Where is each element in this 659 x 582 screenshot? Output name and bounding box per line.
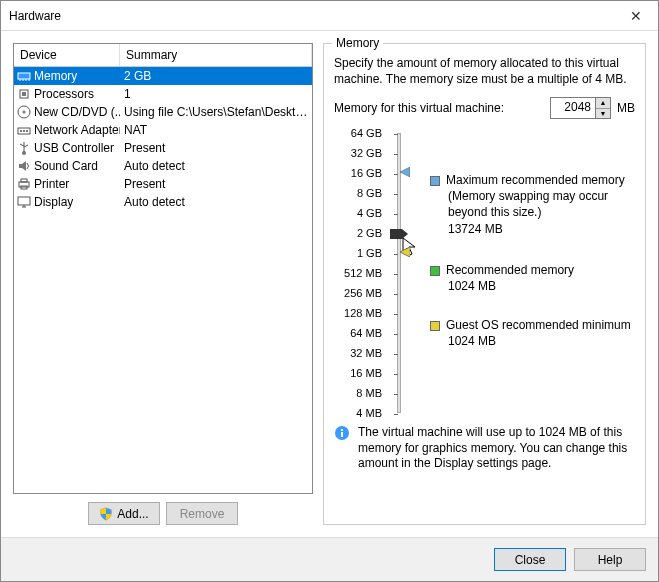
- display-icon: [16, 194, 32, 210]
- legend-swatch: [430, 176, 440, 186]
- device-name: Processors: [34, 87, 94, 101]
- cpu-icon: [16, 86, 32, 102]
- close-window-button[interactable]: ✕: [614, 1, 658, 30]
- close-button-label: Close: [515, 553, 546, 567]
- svg-point-8: [23, 111, 26, 114]
- device-summary: 2 GB: [120, 69, 312, 83]
- device-row-net[interactable]: Network AdapterNAT: [14, 121, 312, 139]
- memory-legend: Maximum recommended memory(Memory swappi…: [416, 133, 635, 413]
- add-button[interactable]: Add...: [88, 502, 160, 525]
- device-name: Printer: [34, 177, 69, 191]
- device-list-header: Device Summary: [14, 44, 312, 67]
- memory-spinner[interactable]: 2048 ▲ ▼: [550, 97, 611, 119]
- svg-rect-11: [23, 130, 25, 132]
- device-list-buttons: Add... Remove: [13, 502, 313, 525]
- device-name: Memory: [34, 69, 77, 83]
- device-summary: Auto detect: [120, 195, 312, 209]
- slider-tick-label: 128 MB: [344, 307, 382, 319]
- legend-note: (Memory swapping may occur beyond this s…: [448, 189, 635, 220]
- svg-rect-6: [22, 92, 26, 96]
- slider-tick-label: 4 GB: [357, 207, 382, 219]
- info-icon: [334, 425, 350, 441]
- svg-rect-25: [341, 429, 343, 431]
- memory-description: Specify the amount of memory allocated t…: [334, 56, 635, 87]
- printer-icon: [16, 176, 32, 192]
- device-summary: Using file C:\Users\Stefan\Deskto...: [120, 105, 312, 119]
- slider-marker: [400, 166, 410, 180]
- dialog-footer: Close Help: [1, 537, 658, 581]
- device-summary: 1: [120, 87, 312, 101]
- memory-input-row: Memory for this virtual machine: 2048 ▲ …: [334, 97, 635, 119]
- device-row-display[interactable]: DisplayAuto detect: [14, 193, 312, 211]
- device-summary: Auto detect: [120, 159, 312, 173]
- svg-rect-10: [20, 130, 22, 132]
- legend-value: 1024 MB: [448, 279, 635, 295]
- legend-label: Guest OS recommended minimum: [446, 318, 631, 332]
- spinner-down-icon[interactable]: ▼: [596, 109, 610, 119]
- right-panel: Memory Specify the amount of memory allo…: [323, 43, 646, 525]
- legend-value: 13724 MB: [448, 222, 635, 238]
- svg-line-16: [24, 145, 28, 147]
- slider-tick-label: 32 GB: [351, 147, 382, 159]
- memory-info-text: The virtual machine will use up to 1024 …: [358, 425, 635, 472]
- slider-tick-label: 8 GB: [357, 187, 382, 199]
- memory-group-title: Memory: [332, 36, 383, 50]
- net-icon: [16, 122, 32, 138]
- memory-slider[interactable]: [388, 133, 410, 413]
- slider-tick-label: 16 MB: [350, 367, 382, 379]
- memory-value[interactable]: 2048: [551, 98, 595, 118]
- device-name: Display: [34, 195, 73, 209]
- memory-unit: MB: [617, 101, 635, 115]
- remove-button-label: Remove: [180, 507, 225, 521]
- slider-tick-labels: 64 GB32 GB16 GB8 GB4 GB2 GB1 GB512 MB256…: [334, 133, 382, 413]
- slider-tick-label: 256 MB: [344, 287, 382, 299]
- device-row-printer[interactable]: PrinterPresent: [14, 175, 312, 193]
- device-row-memory[interactable]: Memory2 GB: [14, 67, 312, 85]
- device-row-disc[interactable]: New CD/DVD (...Using file C:\Users\Stefa…: [14, 103, 312, 121]
- legend-item: Guest OS recommended minimum1024 MB: [430, 318, 635, 350]
- svg-rect-0: [18, 73, 30, 79]
- titlebar: Hardware ✕: [1, 1, 658, 31]
- spinner-up-icon[interactable]: ▲: [596, 98, 610, 109]
- close-button[interactable]: Close: [494, 548, 566, 571]
- hardware-dialog: Hardware ✕ Device Summary Memory2 GBProc…: [0, 0, 659, 582]
- legend-item: Recommended memory1024 MB: [430, 263, 635, 295]
- memory-info-row: The virtual machine will use up to 1024 …: [334, 425, 635, 472]
- slider-tick-label: 32 MB: [350, 347, 382, 359]
- device-name: New CD/DVD (...: [34, 105, 120, 119]
- slider-tick-label: 16 GB: [351, 167, 382, 179]
- column-device[interactable]: Device: [14, 44, 120, 66]
- device-row-cpu[interactable]: Processors1: [14, 85, 312, 103]
- slider-tick-label: 8 MB: [356, 387, 382, 399]
- sound-icon: [16, 158, 32, 174]
- legend-label: Recommended memory: [446, 263, 574, 277]
- device-row-usb[interactable]: USB ControllerPresent: [14, 139, 312, 157]
- legend-swatch: [430, 266, 440, 276]
- slider-marker: [400, 246, 410, 260]
- legend-value: 1024 MB: [448, 334, 635, 350]
- legend-label: Maximum recommended memory: [446, 173, 625, 187]
- column-summary[interactable]: Summary: [120, 44, 312, 66]
- legend-item: Maximum recommended memory(Memory swappi…: [430, 173, 635, 238]
- memory-slider-area: 64 GB32 GB16 GB8 GB4 GB2 GB1 GB512 MB256…: [334, 133, 635, 413]
- device-list[interactable]: Device Summary Memory2 GBProcessors1New …: [13, 43, 313, 494]
- remove-button[interactable]: Remove: [166, 502, 238, 525]
- spinner-arrows[interactable]: ▲ ▼: [595, 98, 610, 118]
- memory-group: Memory Specify the amount of memory allo…: [323, 43, 646, 525]
- uac-shield-icon: [99, 507, 113, 521]
- device-row-sound[interactable]: Sound CardAuto detect: [14, 157, 312, 175]
- left-panel: Device Summary Memory2 GBProcessors1New …: [13, 43, 313, 525]
- content-area: Device Summary Memory2 GBProcessors1New …: [1, 31, 658, 537]
- device-name: Sound Card: [34, 159, 98, 173]
- usb-icon: [16, 140, 32, 156]
- device-summary: Present: [120, 141, 312, 155]
- slider-tick-label: 64 GB: [351, 127, 382, 139]
- help-button[interactable]: Help: [574, 548, 646, 571]
- svg-line-15: [20, 144, 24, 146]
- slider-tick-label: 64 MB: [350, 327, 382, 339]
- help-button-label: Help: [598, 553, 623, 567]
- slider-tick-label: 512 MB: [344, 267, 382, 279]
- svg-rect-20: [18, 197, 30, 205]
- device-summary: NAT: [120, 123, 312, 137]
- svg-rect-18: [21, 179, 27, 182]
